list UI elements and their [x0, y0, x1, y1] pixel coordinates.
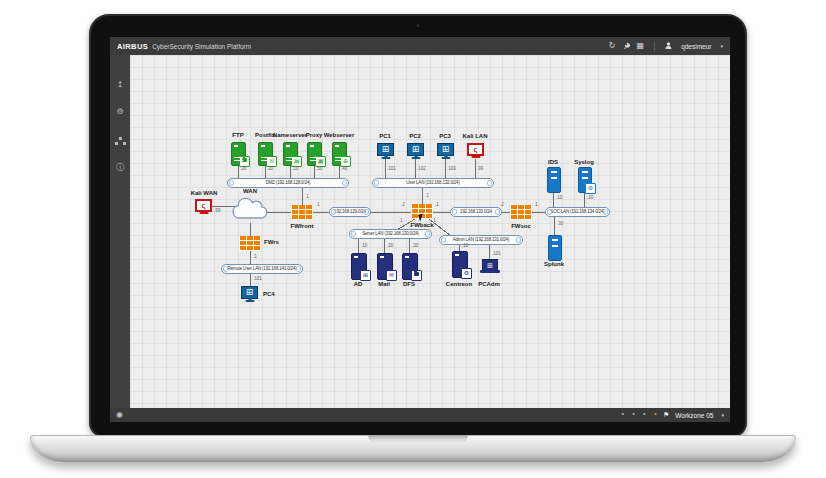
node-pc3[interactable]: ⊞ — [437, 143, 454, 156]
node-splunk[interactable] — [548, 235, 562, 261]
port-label: .10 — [292, 166, 298, 171]
port-label: .101 — [492, 251, 501, 256]
port-label: .1 — [316, 202, 320, 207]
node-fwsoc[interactable] — [510, 205, 532, 220]
workzone-selector[interactable]: Workzone 05 — [675, 412, 713, 419]
node-label: Webserver — [314, 132, 364, 138]
bus-user-lan[interactable]: User LAN (192.168.132.0/24) — [372, 178, 494, 188]
port-label: .1 — [432, 218, 436, 223]
port-label: .20 — [387, 243, 393, 248]
user-menu[interactable]: qdesimeur — [681, 43, 711, 50]
node-kali-wan[interactable]: ς — [195, 199, 212, 212]
refresh-icon[interactable]: ↻ — [609, 42, 616, 50]
bus-soc-lan[interactable]: SOC LAN (192.168.134.0/24) — [545, 207, 610, 217]
kali-icon: ς — [201, 202, 205, 210]
laptop-screen: AIRBUS CyberSecurity Simulation Platform… — [89, 14, 747, 437]
top-bar: AIRBUS CyberSecurity Simulation Platform… — [110, 37, 730, 55]
windows-icon: ⊞ — [246, 288, 254, 297]
port-label: .101 — [387, 166, 396, 171]
settings-icon[interactable]: ⚙ — [116, 108, 123, 116]
node-label: FWback — [402, 222, 442, 228]
port-label: .1 — [399, 218, 403, 223]
node-postfix[interactable]: ✉ — [258, 142, 273, 166]
port-label: .20 — [587, 195, 593, 200]
port-label: .99 — [477, 166, 483, 171]
port-label: .1 — [425, 193, 429, 198]
node-proxy[interactable]: ▦ — [307, 142, 322, 166]
node-nameserver[interactable]: ▤ — [283, 142, 298, 166]
node-fwfront[interactable] — [291, 205, 313, 220]
node-label: Kali WAN — [179, 190, 229, 196]
node-centreon[interactable]: ⚙ — [452, 251, 468, 278]
bus-dmz[interactable]: DMZ (192.168.128.0/24) — [227, 178, 349, 188]
port-label: .1 — [253, 254, 257, 259]
node-pc1[interactable]: ⊞ — [377, 143, 394, 156]
node-label: Syslog — [559, 159, 609, 165]
bus-front-back[interactable]: 192.168.129.0/24 — [329, 207, 371, 217]
wrench-icon[interactable] — [623, 42, 630, 51]
gauge-icon-1[interactable]: ◔ — [620, 411, 625, 419]
node-dfs[interactable] — [402, 253, 418, 280]
app-title: CyberSecurity Simulation Platform — [152, 43, 251, 50]
info-circle-icon[interactable]: ◉ — [116, 411, 123, 419]
left-sidebar: ↥ ⚙ ⓘ — [110, 55, 130, 408]
node-label: WAN — [225, 188, 275, 194]
gear-icon: ⚙ — [585, 183, 596, 194]
status-bar: ◉ ◔ ◔ ◔ ◔ ⚑ Workzone 05 ▾ — [110, 408, 730, 422]
node-pc2[interactable]: ⊞ — [407, 143, 424, 156]
node-ids[interactable] — [547, 167, 561, 193]
gear-icon: ⚙ — [461, 268, 472, 279]
port-label: .50 — [316, 166, 322, 171]
sitemap-icon[interactable] — [115, 135, 126, 145]
port-label: .10 — [556, 195, 562, 200]
port-label: .10 — [361, 243, 367, 248]
bus-back-soc[interactable]: 192.168.133.0/24 — [450, 207, 502, 217]
grid-icon[interactable]: ▦ — [637, 42, 645, 50]
node-pcadm[interactable]: ⊞ — [482, 259, 498, 271]
node-ftp[interactable] — [231, 142, 246, 166]
laptop-base-notch — [368, 435, 468, 444]
windows-icon: ⊞ — [442, 145, 450, 154]
app-window: AIRBUS CyberSecurity Simulation Platform… — [110, 37, 730, 422]
gauge-icon-2[interactable]: ◔ — [630, 411, 635, 419]
node-wan-cloud[interactable] — [230, 195, 270, 224]
port-label: .2 — [401, 202, 405, 207]
node-label: FWfront — [282, 223, 322, 229]
upload-icon[interactable]: ↥ — [117, 81, 124, 89]
port-label: .10 — [462, 243, 468, 248]
topology-canvas[interactable]: FTP Postfix Nameserver Proxy Webserver ✉… — [130, 55, 730, 408]
gauge-icon-4[interactable]: ◔ — [652, 411, 657, 419]
chevron-down-icon[interactable]: ▾ — [721, 412, 724, 418]
node-pc4[interactable]: ⊞ — [241, 286, 258, 299]
port-label: .1 — [435, 202, 439, 207]
node-kali-lan[interactable]: ς — [467, 143, 484, 156]
port-label: .103 — [447, 166, 456, 171]
port-label: .102 — [417, 166, 426, 171]
bus-server-lan[interactable]: Server LAN (192.168.130.0/24) — [349, 229, 432, 239]
node-fwrs[interactable] — [239, 236, 261, 251]
port-label: .99 — [214, 208, 220, 213]
info-icon[interactable]: ⓘ — [116, 164, 124, 172]
port-label: .30 — [240, 166, 246, 171]
port-label: .1 — [534, 202, 538, 207]
port-label: .40 — [341, 166, 347, 171]
node-label: Splunk — [529, 261, 579, 267]
node-label: PCAdm — [464, 281, 514, 287]
bus-remote-user-lan[interactable]: Remote User LAN (192.168.141.0/24) — [221, 264, 303, 274]
port-label: .30 — [412, 243, 418, 248]
windows-icon: ⊞ — [412, 145, 420, 154]
webcam-dot — [417, 24, 420, 27]
chevron-down-icon[interactable]: ▾ — [720, 43, 723, 49]
gauge-icon-3[interactable]: ◔ — [641, 411, 646, 419]
port-label: .101 — [253, 276, 262, 281]
mail-icon: ✉ — [386, 270, 397, 281]
bus-admin-lan[interactable]: Admin LAN (192.168.131.0/24) — [439, 235, 523, 245]
node-ad[interactable]: ⊞ — [351, 253, 367, 280]
node-mail[interactable]: ✉ — [377, 253, 393, 280]
node-label: FWsoc — [501, 223, 541, 229]
brand-logo: AIRBUS — [117, 42, 148, 51]
port-label: .30 — [557, 221, 563, 226]
flag-icon: ⚑ — [663, 411, 669, 419]
node-webserver[interactable]: ⊕ — [332, 142, 347, 166]
node-syslog[interactable]: ⚙ — [578, 167, 592, 193]
